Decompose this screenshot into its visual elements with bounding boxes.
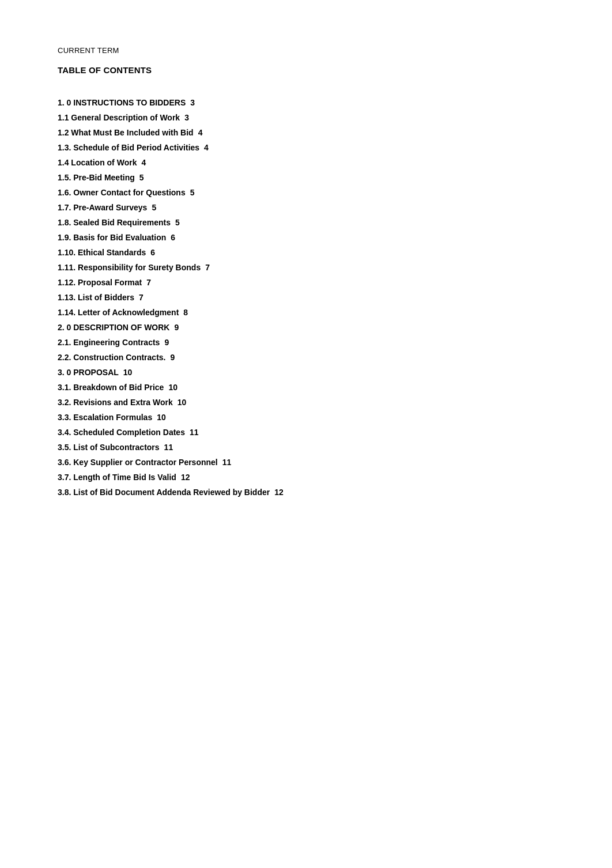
toc-item-label: 1.12. Proposal Format (58, 278, 142, 287)
toc-item-label: 1.2 What Must Be Included with Bid (58, 128, 194, 137)
toc-item: 2. 0 DESCRIPTION OF WORK9 (58, 323, 554, 332)
toc-item: 1.10. Ethical Standards6 (58, 248, 554, 257)
toc-item-page: 10 (123, 368, 133, 377)
toc-item-label: 1.4 Location of Work (58, 158, 137, 167)
toc-item-label: 1.9. Basis for Bid Evaluation (58, 233, 166, 242)
toc-item: 2.1. Engineering Contracts9 (58, 338, 554, 347)
toc-item: 3.1. Breakdown of Bid Price10 (58, 383, 554, 392)
toc-item-page: 9 (164, 338, 169, 347)
toc-item-page: 6 (150, 248, 155, 257)
toc-item-page: 3 (190, 98, 195, 107)
toc-item-page: 11 (222, 458, 232, 467)
toc-item-page: 9 (174, 323, 179, 332)
toc-item-label: 3. 0 PROPOSAL (58, 368, 119, 377)
toc-item-label: 1.13. List of Bidders (58, 293, 134, 302)
toc-item: 3.4. Scheduled Completion Dates11 (58, 428, 554, 437)
toc-item-page: 5 (139, 173, 144, 182)
toc-item: 2.2. Construction Contracts.9 (58, 353, 554, 362)
toc-item: 1. 0 INSTRUCTIONS TO BIDDERS3 (58, 98, 554, 107)
toc-item-page: 10 (177, 398, 187, 407)
toc-item: 1.5. Pre-Bid Meeting5 (58, 173, 554, 182)
toc-item: 3.2. Revisions and Extra Work10 (58, 398, 554, 407)
toc-item-label: 2. 0 DESCRIPTION OF WORK (58, 323, 169, 332)
toc-item-label: 3.8. List of Bid Document Addenda Review… (58, 488, 270, 497)
toc-item-label: 1. 0 INSTRUCTIONS TO BIDDERS (58, 98, 186, 107)
toc-item: 1.8. Sealed Bid Requirements5 (58, 218, 554, 227)
toc-item: 3.7. Length of Time Bid Is Valid12 (58, 473, 554, 482)
toc-item: 1.11. Responsibility for Surety Bonds7 (58, 263, 554, 272)
toc-item: 1.7. Pre-Award Surveys5 (58, 203, 554, 212)
toc-item-label: 1.11. Responsibility for Surety Bonds (58, 263, 201, 272)
toc-item-label: 2.1. Engineering Contracts (58, 338, 160, 347)
toc-item: 1.12. Proposal Format7 (58, 278, 554, 287)
toc-item: 1.2 What Must Be Included with Bid4 (58, 128, 554, 137)
toc-item: 3.3. Escalation Formulas10 (58, 413, 554, 422)
toc-item-label: 3.6. Key Supplier or Contractor Personne… (58, 458, 218, 467)
toc-item-label: 1.10. Ethical Standards (58, 248, 146, 257)
toc-item-label: 3.2. Revisions and Extra Work (58, 398, 173, 407)
toc-item-page: 3 (184, 113, 189, 122)
toc-item-page: 4 (141, 158, 146, 167)
toc-item-label: 3.5. List of Subcontractors (58, 443, 160, 452)
toc-item: 3.6. Key Supplier or Contractor Personne… (58, 458, 554, 467)
toc-item-label: 3.1. Breakdown of Bid Price (58, 383, 164, 392)
toc-item: 1.6. Owner Contact for Questions5 (58, 188, 554, 197)
toc-item-label: 1.14. Letter of Acknowledgment (58, 308, 179, 317)
toc-item: 1.13. List of Bidders7 (58, 293, 554, 302)
toc-item-page: 6 (171, 233, 175, 242)
toc-item-page: 10 (157, 413, 166, 422)
toc-item-page: 12 (181, 473, 190, 482)
toc-item-label: 1.7. Pre-Award Surveys (58, 203, 147, 212)
toc-item-label: 2.2. Construction Contracts. (58, 353, 165, 362)
toc-list: 1. 0 INSTRUCTIONS TO BIDDERS31.1 General… (58, 98, 554, 497)
toc-item: 3. 0 PROPOSAL10 (58, 368, 554, 377)
toc-item: 1.4 Location of Work4 (58, 158, 554, 167)
toc-item-page: 7 (205, 263, 210, 272)
toc-item: 1.14. Letter of Acknowledgment8 (58, 308, 554, 317)
toc-item-label: 1.3. Schedule of Bid Period Activities (58, 143, 199, 152)
toc-item-label: 3.7. Length of Time Bid Is Valid (58, 473, 176, 482)
toc-item: 1.3. Schedule of Bid Period Activities4 (58, 143, 554, 152)
toc-item-label: 1.5. Pre-Bid Meeting (58, 173, 135, 182)
toc-item-label: 1.6. Owner Contact for Questions (58, 188, 186, 197)
toc-item: 1.1 General Description of Work3 (58, 113, 554, 122)
toc-item-page: 11 (164, 443, 173, 452)
toc-item-page: 10 (168, 383, 177, 392)
toc-item-page: 4 (204, 143, 209, 152)
toc-item-page: 5 (190, 188, 195, 197)
toc-item-page: 12 (274, 488, 284, 497)
toc-item-label: 1.8. Sealed Bid Requirements (58, 218, 171, 227)
toc-item-label: 3.3. Escalation Formulas (58, 413, 152, 422)
toc-item-page: 7 (139, 293, 143, 302)
toc-item-page: 11 (190, 428, 199, 437)
toc-item-page: 7 (146, 278, 151, 287)
toc-item-page: 4 (198, 128, 203, 137)
toc-item-page: 5 (175, 218, 180, 227)
toc-title: TABLE OF CONTENTS (58, 65, 554, 75)
toc-item-label: 3.4. Scheduled Completion Dates (58, 428, 185, 437)
toc-item-page: 9 (170, 353, 175, 362)
toc-item: 1.9. Basis for Bid Evaluation6 (58, 233, 554, 242)
toc-item: 3.8. List of Bid Document Addenda Review… (58, 488, 554, 497)
toc-item-page: 8 (183, 308, 188, 317)
toc-item-label: 1.1 General Description of Work (58, 113, 180, 122)
toc-item-page: 5 (152, 203, 156, 212)
toc-item: 3.5. List of Subcontractors11 (58, 443, 554, 452)
current-term-label: CURRENT TERM (58, 46, 554, 55)
